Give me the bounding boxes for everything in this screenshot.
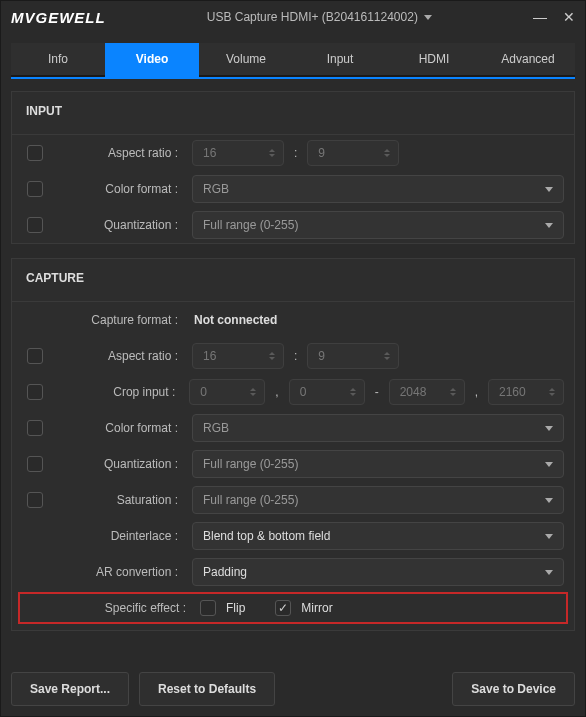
device-name: USB Capture HDMI+ (B204161124002) <box>207 10 418 24</box>
reset-defaults-button[interactable]: Reset to Defaults <box>139 672 275 706</box>
capture-sat-checkbox[interactable] <box>27 492 43 508</box>
footer: Save Report... Reset to Defaults Save to… <box>1 662 585 716</box>
capture-colorfmt-row: Color format : RGB <box>12 410 574 446</box>
crop-y[interactable]: 0 <box>289 379 365 405</box>
capture-format-row: Capture format : Not connected <box>12 302 574 338</box>
input-colorfmt-select[interactable]: RGB <box>192 175 564 203</box>
content-area: INPUT Aspect ratio : 16 : 9 Color format… <box>1 79 585 662</box>
capture-sat-label: Saturation : <box>58 493 182 507</box>
capture-crop-label: Crop input : <box>58 385 180 399</box>
capture-deint-row: Deinterlace : Blend top & bottom field <box>12 518 574 554</box>
tab-info[interactable]: Info <box>11 43 105 77</box>
chevron-down-icon <box>545 426 553 431</box>
save-to-device-button[interactable]: Save to Device <box>452 672 575 706</box>
mirror-label: Mirror <box>301 601 332 615</box>
capture-section: CAPTURE Capture format : Not connected A… <box>11 258 575 631</box>
titlebar: MVGEWELL USB Capture HDMI+ (B20416112400… <box>1 1 585 33</box>
input-section-title: INPUT <box>12 92 574 135</box>
chevron-down-icon <box>545 534 553 539</box>
capture-section-title: CAPTURE <box>12 259 574 302</box>
aspect-sep: : <box>290 146 301 160</box>
input-quant-label: Quantization : <box>58 218 182 232</box>
capture-sat-select[interactable]: Full range (0-255) <box>192 486 564 514</box>
capture-ar-label: AR convertion : <box>58 565 182 579</box>
input-quant-checkbox[interactable] <box>27 217 43 233</box>
tab-video[interactable]: Video <box>105 43 199 77</box>
capture-format-label: Capture format : <box>58 313 182 327</box>
crop-w[interactable]: 2048 <box>389 379 465 405</box>
chevron-down-icon <box>424 15 432 20</box>
logo: MVGEWELL <box>11 9 106 26</box>
tab-input[interactable]: Input <box>293 43 387 77</box>
capture-specific-effect-row: Specific effect : Flip Mirror <box>18 592 568 624</box>
input-section: INPUT Aspect ratio : 16 : 9 Color format… <box>11 91 575 244</box>
window-controls: — ✕ <box>533 10 575 24</box>
capture-aspect-height[interactable]: 9 <box>307 343 399 369</box>
save-report-button[interactable]: Save Report... <box>11 672 129 706</box>
chevron-down-icon <box>545 570 553 575</box>
chevron-down-icon <box>545 223 553 228</box>
capture-ar-row: AR convertion : Padding <box>12 554 574 590</box>
flip-checkbox[interactable] <box>200 600 216 616</box>
capture-quant-label: Quantization : <box>58 457 182 471</box>
capture-quant-row: Quantization : Full range (0-255) <box>12 446 574 482</box>
tab-bar: Info Video Volume Input HDMI Advanced <box>11 43 575 77</box>
input-colorfmt-label: Color format : <box>58 182 182 196</box>
minimize-button[interactable]: — <box>533 10 547 24</box>
capture-colorfmt-select[interactable]: RGB <box>192 414 564 442</box>
capture-aspect-row: Aspect ratio : 16 : 9 <box>12 338 574 374</box>
capture-deint-select[interactable]: Blend top & bottom field <box>192 522 564 550</box>
mirror-checkbox[interactable] <box>275 600 291 616</box>
close-button[interactable]: ✕ <box>563 10 575 24</box>
app-window: MVGEWELL USB Capture HDMI+ (B20416112400… <box>0 0 586 717</box>
capture-crop-row: Crop input : 0 , 0 - 2048 , 2160 <box>12 374 574 410</box>
device-selector[interactable]: USB Capture HDMI+ (B204161124002) <box>114 10 525 24</box>
tab-hdmi[interactable]: HDMI <box>387 43 481 77</box>
input-aspect-width[interactable]: 16 <box>192 140 284 166</box>
capture-crop-checkbox[interactable] <box>27 384 43 400</box>
input-aspect-label: Aspect ratio : <box>58 146 182 160</box>
capture-colorfmt-label: Color format : <box>58 421 182 435</box>
capture-fx-label: Specific effect : <box>66 601 190 615</box>
capture-quant-checkbox[interactable] <box>27 456 43 472</box>
chevron-down-icon <box>545 462 553 467</box>
input-aspect-height[interactable]: 9 <box>307 140 399 166</box>
input-aspect-row: Aspect ratio : 16 : 9 <box>12 135 574 171</box>
input-quant-select[interactable]: Full range (0-255) <box>192 211 564 239</box>
input-colorfmt-row: Color format : RGB <box>12 171 574 207</box>
capture-aspect-checkbox[interactable] <box>27 348 43 364</box>
input-aspect-checkbox[interactable] <box>27 145 43 161</box>
capture-format-value: Not connected <box>192 313 277 327</box>
capture-ar-select[interactable]: Padding <box>192 558 564 586</box>
flip-label: Flip <box>226 601 245 615</box>
crop-h[interactable]: 2160 <box>488 379 564 405</box>
input-colorfmt-checkbox[interactable] <box>27 181 43 197</box>
capture-aspect-label: Aspect ratio : <box>58 349 182 363</box>
tab-volume[interactable]: Volume <box>199 43 293 77</box>
capture-quant-select[interactable]: Full range (0-255) <box>192 450 564 478</box>
input-quant-row: Quantization : Full range (0-255) <box>12 207 574 243</box>
chevron-down-icon <box>545 187 553 192</box>
tab-advanced[interactable]: Advanced <box>481 43 575 77</box>
chevron-down-icon <box>545 498 553 503</box>
capture-colorfmt-checkbox[interactable] <box>27 420 43 436</box>
capture-sat-row: Saturation : Full range (0-255) <box>12 482 574 518</box>
crop-x[interactable]: 0 <box>189 379 265 405</box>
capture-deint-label: Deinterlace : <box>58 529 182 543</box>
capture-aspect-width[interactable]: 16 <box>192 343 284 369</box>
